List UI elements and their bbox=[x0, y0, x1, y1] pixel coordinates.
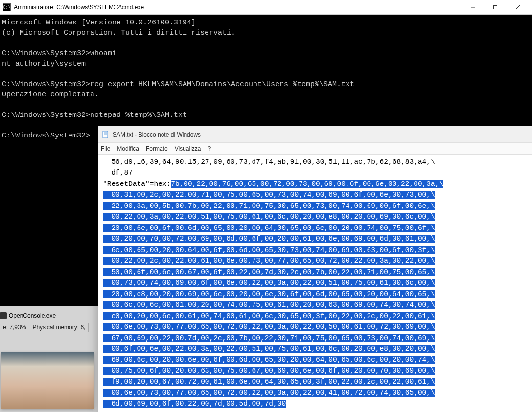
cmd-titlebar[interactable]: C:\ Amministratore: C:\Windows\SYSTEM32\… bbox=[0, 0, 532, 15]
notepad-icon bbox=[102, 131, 110, 138]
menu-format[interactable]: Formato bbox=[146, 145, 168, 152]
menu-edit[interactable]: Modifica bbox=[117, 145, 139, 152]
process-name: OpenConsole.exe bbox=[9, 312, 56, 319]
stats-bar: e: 7,93% Physical memory: 6, bbox=[0, 323, 89, 332]
process-icon bbox=[0, 312, 7, 319]
notepad-window: SAM.txt - Blocco note di Windows File Mo… bbox=[98, 126, 532, 412]
cmd-window-controls bbox=[462, 0, 529, 15]
process-row[interactable]: OpenConsole.exe bbox=[0, 312, 56, 319]
cmd-title: Amministratore: C:\Windows\SYSTEM32\cmd.… bbox=[14, 4, 462, 11]
cpu-usage: e: 7,93% bbox=[0, 323, 29, 332]
notepad-menu-bar: File Modifica Formato Visualizza ? bbox=[98, 143, 532, 155]
menu-file[interactable]: File bbox=[101, 145, 110, 152]
memory-usage: Physical memory: 6, bbox=[29, 323, 89, 332]
cmd-icon: C:\ bbox=[3, 3, 11, 11]
minimize-button[interactable] bbox=[462, 0, 484, 15]
thumbnail-image bbox=[1, 352, 94, 409]
menu-view[interactable]: Visualizza bbox=[175, 145, 201, 152]
notepad-titlebar[interactable]: SAM.txt - Blocco note di Windows bbox=[98, 126, 532, 143]
notepad-title: SAM.txt - Blocco note di Windows bbox=[113, 131, 201, 138]
svg-rect-1 bbox=[494, 5, 497, 9]
close-button[interactable] bbox=[507, 0, 529, 15]
menu-help[interactable]: ? bbox=[208, 145, 211, 152]
notepad-text-area[interactable]: 56,d9,16,39,64,90,15,27,09,60,73,d7,f4,a… bbox=[98, 155, 532, 412]
maximize-button[interactable] bbox=[484, 0, 507, 15]
